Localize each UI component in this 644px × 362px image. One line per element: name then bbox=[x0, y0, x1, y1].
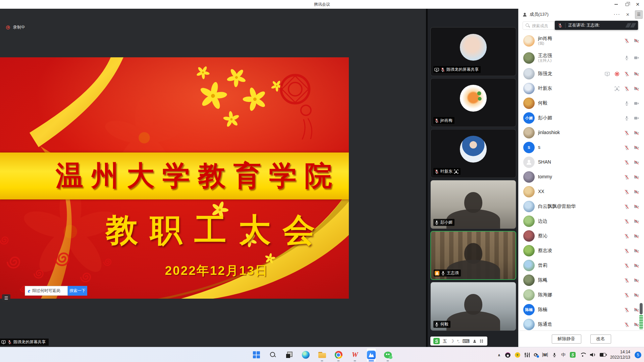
mic-off-icon[interactable] bbox=[624, 263, 629, 268]
cam-off-icon[interactable] bbox=[634, 322, 639, 327]
member-row[interactable]: S s bbox=[519, 140, 644, 155]
cam-off-icon[interactable] bbox=[634, 175, 639, 180]
volume-tray-button[interactable] bbox=[590, 353, 595, 357]
cam-on-icon[interactable] bbox=[634, 116, 639, 121]
mic-off-icon[interactable] bbox=[624, 293, 629, 298]
battery-tray-button[interactable] bbox=[600, 353, 606, 357]
clock[interactable]: 14:14 2022/12/13 bbox=[610, 350, 630, 360]
taskbar-search-button[interactable] bbox=[268, 348, 278, 362]
member-row[interactable]: jin肖梅 (我) bbox=[519, 32, 644, 49]
member-row[interactable]: 蔡沁 bbox=[519, 229, 644, 243]
cam-off-icon[interactable] bbox=[634, 219, 639, 224]
member-row[interactable]: SHAN bbox=[519, 155, 644, 170]
video-tile[interactable]: jin肖梅 bbox=[430, 78, 516, 127]
adblock-tray-button[interactable] bbox=[542, 353, 548, 357]
member-row[interactable]: 曾莉 bbox=[519, 258, 644, 273]
mic-on-icon[interactable] bbox=[624, 116, 629, 121]
moon-icon[interactable] bbox=[450, 339, 454, 344]
member-row[interactable]: 边边 bbox=[519, 214, 644, 229]
cam-off-icon[interactable] bbox=[634, 204, 639, 209]
member-row[interactable]: 白云飘飘@雷励华 bbox=[519, 199, 644, 214]
mic-off-icon[interactable] bbox=[624, 71, 629, 76]
panel-scrollbar[interactable] bbox=[639, 303, 643, 329]
tencent-meeting-button[interactable] bbox=[366, 348, 376, 362]
wechat-button[interactable] bbox=[383, 348, 393, 362]
video-tile[interactable]: 何毅 bbox=[430, 282, 516, 331]
cam-off-icon[interactable] bbox=[634, 71, 639, 76]
cam-off-icon[interactable] bbox=[634, 86, 639, 91]
punctuation-icon[interactable] bbox=[457, 339, 460, 344]
tray-expand-button[interactable] bbox=[498, 352, 501, 357]
mic-off-icon[interactable] bbox=[624, 219, 629, 224]
wifi-tray-button[interactable] bbox=[580, 353, 586, 357]
member-row[interactable]: jinlaoshiok bbox=[519, 125, 644, 140]
cam-off-icon[interactable] bbox=[634, 278, 639, 283]
mic-off-icon[interactable] bbox=[624, 204, 629, 209]
share-icon[interactable] bbox=[605, 71, 610, 76]
member-row[interactable]: 陈海娜 bbox=[519, 288, 644, 302]
member-row[interactable]: 陈通造 bbox=[519, 317, 644, 330]
mic-off-icon[interactable] bbox=[624, 86, 629, 91]
unmute-button[interactable]: 解除静音 bbox=[552, 335, 581, 344]
keyboard-icon[interactable] bbox=[463, 338, 470, 344]
mic-off-icon[interactable] bbox=[624, 175, 629, 180]
member-row[interactable]: 王志强 (主持人) bbox=[519, 49, 644, 66]
ime-toolbox-icon[interactable] bbox=[480, 339, 483, 343]
mic-off-icon[interactable] bbox=[624, 234, 629, 239]
member-row[interactable]: tommy bbox=[519, 170, 644, 184]
mic-off-icon[interactable] bbox=[624, 130, 629, 135]
minimize-button[interactable] bbox=[611, 0, 621, 8]
panel-more-button[interactable]: ··· bbox=[612, 11, 622, 18]
cam-on-icon[interactable] bbox=[634, 101, 639, 106]
panel-layout-button[interactable] bbox=[635, 10, 643, 19]
video-tile[interactable]: 王志强 bbox=[430, 231, 516, 280]
member-row[interactable]: 叶新东 bbox=[519, 81, 644, 96]
annotation-menu-button[interactable] bbox=[2, 294, 10, 302]
member-row[interactable]: 何毅 bbox=[519, 96, 644, 111]
video-tile[interactable]: 彭小媚 bbox=[430, 180, 516, 229]
sync-tray-button[interactable] bbox=[534, 352, 538, 358]
start-button[interactable] bbox=[251, 348, 261, 362]
edge-button[interactable] bbox=[301, 348, 311, 362]
notification-badge[interactable]: 5 bbox=[635, 352, 641, 358]
cam-off-icon[interactable] bbox=[634, 189, 639, 194]
record-icon[interactable] bbox=[614, 71, 620, 76]
sogou-ime-bar[interactable]: S 五 bbox=[430, 337, 487, 346]
member-row[interactable]: 陈强龙 bbox=[519, 66, 644, 81]
rename-button[interactable]: 改名 bbox=[590, 335, 611, 344]
cam-off-icon[interactable] bbox=[634, 38, 639, 43]
member-row[interactable]: 蔡志凌 bbox=[519, 243, 644, 258]
mic-off-icon[interactable] bbox=[624, 38, 629, 43]
video-tile[interactable]: 叶新东 bbox=[430, 129, 516, 178]
mic-off-icon[interactable] bbox=[624, 189, 629, 194]
sogou-tray-button[interactable] bbox=[570, 352, 576, 358]
mic-off-icon[interactable] bbox=[624, 160, 629, 165]
panel-close-button[interactable]: ✕ bbox=[624, 12, 632, 17]
cam-on-icon[interactable] bbox=[634, 55, 639, 60]
cam-off-icon[interactable] bbox=[634, 145, 639, 150]
mic-on-icon[interactable] bbox=[624, 101, 629, 106]
scrollbar-thumb[interactable] bbox=[640, 303, 643, 314]
ime-person-icon[interactable] bbox=[473, 339, 477, 343]
cam-off-icon[interactable] bbox=[634, 263, 639, 268]
video-tile[interactable]: 陈强龙的屏幕共享 bbox=[430, 27, 516, 76]
cam-off-icon[interactable] bbox=[634, 234, 639, 239]
member-row[interactable]: 小媚 彭小媚 bbox=[519, 111, 644, 125]
member-row[interactable]: 陈飚 bbox=[519, 273, 644, 288]
addon-tray-button[interactable] bbox=[515, 352, 520, 358]
search-widget-input[interactable]: e 阳过何时可返岗 bbox=[25, 286, 68, 296]
file-explorer-button[interactable] bbox=[317, 348, 327, 362]
cam-off-icon[interactable] bbox=[634, 160, 639, 165]
cam-off-icon[interactable] bbox=[634, 130, 639, 135]
mic-off-icon[interactable] bbox=[624, 248, 629, 253]
focus-icon[interactable] bbox=[614, 86, 620, 91]
mic-off-icon[interactable] bbox=[624, 145, 629, 150]
qq-tray-button[interactable] bbox=[505, 352, 511, 358]
task-view-button[interactable] bbox=[284, 348, 294, 362]
microphone-tray-button[interactable] bbox=[552, 353, 557, 357]
search-widget-button[interactable]: 搜索一下 bbox=[68, 286, 87, 296]
chrome-button[interactable] bbox=[333, 348, 343, 362]
ime-mode-button[interactable]: 中 bbox=[561, 352, 566, 358]
cam-off-icon[interactable] bbox=[634, 307, 639, 312]
restore-button[interactable] bbox=[622, 0, 632, 8]
